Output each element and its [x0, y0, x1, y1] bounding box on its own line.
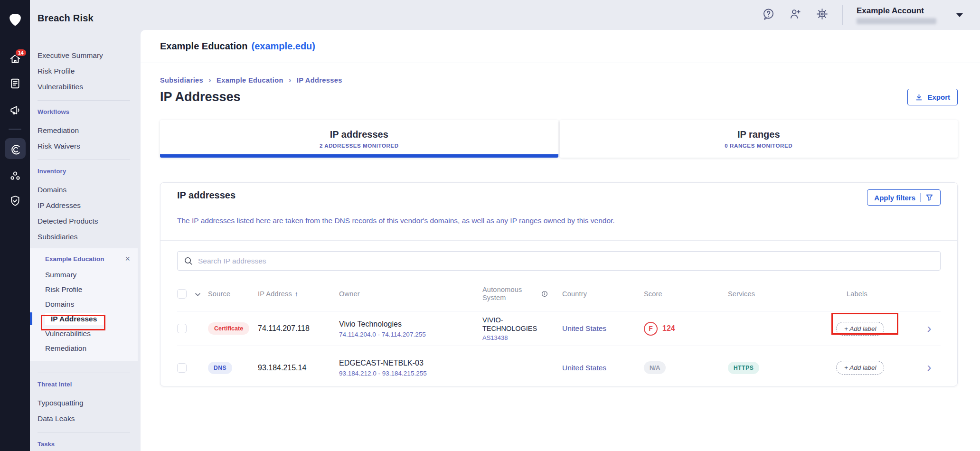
owner-name: Vivio Technologies: [339, 319, 482, 329]
breadcrumb-subsidiaries[interactable]: Subsidiaries: [160, 76, 203, 84]
ip-address-value: 74.114.207.118: [258, 324, 339, 333]
vendor-header: Example Education (example.edu): [141, 30, 980, 63]
col-country[interactable]: Country: [562, 290, 644, 298]
chevron-down-icon[interactable]: [195, 290, 208, 298]
sidebar-subitem-risk-profile[interactable]: Risk Profile: [30, 282, 138, 297]
sidebar-section-workflows: Workflows: [38, 105, 138, 119]
funnel-icon: [925, 194, 933, 202]
sidebar-item-risk-profile[interactable]: Risk Profile: [30, 63, 138, 79]
caret-down-icon: [956, 13, 963, 17]
subsidiary-panel: Example Education × Summary Risk Profile…: [30, 248, 138, 361]
sidebar-item-remediation[interactable]: Remediation: [30, 122, 138, 138]
tab-subtitle: 0 RANGES MONITORED: [725, 143, 792, 149]
breach-risk-selected-tile[interactable]: [5, 138, 26, 159]
col-services[interactable]: Services: [728, 290, 847, 298]
col-source[interactable]: Source: [208, 290, 258, 298]
table-row[interactable]: DNS 93.184.215.14 EDGECAST-NETBLK-03 93.…: [177, 346, 941, 389]
account-menu[interactable]: Example Account: [857, 6, 963, 24]
col-labels[interactable]: Labels: [847, 290, 918, 298]
sidebar-divider: [38, 432, 130, 432]
search-input[interactable]: [193, 257, 940, 265]
breadcrumb-separator: ›: [208, 75, 211, 85]
help-icon[interactable]: [762, 8, 775, 22]
breadcrumb-ip-addresses[interactable]: IP Addresses: [297, 76, 342, 84]
circular-brand-icon: [9, 142, 22, 155]
as-number-link[interactable]: AS13438: [482, 334, 562, 341]
chevron-right-icon[interactable]: ›: [927, 322, 932, 335]
close-icon[interactable]: ×: [125, 254, 130, 263]
country-value: United States: [562, 364, 644, 372]
source-badge-certificate: Certificate: [208, 322, 249, 335]
row-checkbox[interactable]: [177, 324, 187, 333]
score-na-badge: N/A: [644, 361, 666, 374]
breadcrumb-example-education[interactable]: Example Education: [217, 76, 283, 84]
service-badge-https: HTTPS: [728, 362, 759, 374]
tabs: IP addresses 2 ADDRESSES MONITORED IP ra…: [160, 120, 958, 158]
col-ip-address[interactable]: IP Address ↑: [258, 290, 339, 298]
subsidiary-name: Example Education: [45, 255, 104, 263]
sidebar-item-typosquatting[interactable]: Typosquatting: [30, 395, 138, 411]
col-ip-label: IP Address: [258, 290, 292, 298]
sidebar-section-tasks: Tasks: [38, 438, 138, 451]
source-badge-dns: DNS: [208, 362, 232, 374]
sidebar-item-vulnerabilities[interactable]: Vulnerabilities: [30, 79, 138, 94]
export-button[interactable]: Export: [907, 89, 958, 105]
card-description: The IP addresses listed here are taken f…: [160, 216, 957, 225]
tab-ip-ranges[interactable]: IP ranges 0 RANGES MONITORED: [560, 120, 958, 158]
report-document-icon[interactable]: [0, 77, 30, 90]
select-all-checkbox[interactable]: [177, 289, 187, 299]
sidebar-section-inventory: Inventory: [38, 165, 138, 178]
sidebar-item-risk-waivers[interactable]: Risk Waivers: [30, 138, 138, 154]
brand-shield-logo-icon: [0, 12, 30, 28]
tab-ip-addresses[interactable]: IP addresses 2 ADDRESSES MONITORED: [160, 120, 558, 158]
chevron-right-icon[interactable]: ›: [927, 361, 932, 374]
ip-address-value: 93.184.215.14: [258, 364, 339, 372]
button-divider: [920, 193, 921, 202]
search-bar: [177, 251, 941, 271]
sidebar-subitem-label: IP Addresses: [45, 313, 104, 325]
sidebar-subitem-ip-addresses[interactable]: IP Addresses: [30, 311, 138, 326]
megaphone-icon[interactable]: [0, 104, 30, 116]
sidebar-subitem-domains[interactable]: Domains: [30, 297, 138, 311]
table-row[interactable]: Certificate 74.114.207.118 Vivio Technol…: [177, 311, 941, 346]
sidebar-divider: [38, 160, 130, 160]
topbar-divider: [842, 5, 843, 25]
apply-filters-button[interactable]: Apply filters: [867, 189, 941, 206]
tab-title: IP ranges: [737, 129, 780, 140]
col-score[interactable]: Score: [644, 290, 728, 298]
as-name: VIVIO-TECHNOLOGIES: [482, 316, 562, 333]
score-value: 124: [662, 324, 675, 333]
gear-icon[interactable]: [816, 8, 829, 22]
add-label-button[interactable]: + Add label: [836, 361, 884, 375]
ip-addresses-card: IP addresses Apply filters The IP addres…: [160, 182, 958, 386]
person-add-icon[interactable]: [789, 8, 802, 22]
people-group-icon[interactable]: [0, 169, 30, 182]
owner-ip-range-link[interactable]: 74.114.204.0 - 74.114.207.255: [339, 331, 482, 338]
sidebar-item-executive-summary[interactable]: Executive Summary: [30, 47, 138, 63]
sidebar-divider: [38, 100, 130, 101]
sidebar-subitem-remediation[interactable]: Remediation: [30, 341, 138, 356]
vendor-domain-link[interactable]: (example.edu): [252, 41, 315, 52]
add-label-button[interactable]: + Add label: [836, 322, 884, 336]
sort-up-icon: ↑: [295, 290, 298, 298]
sidebar-subitem-vulnerabilities[interactable]: Vulnerabilities: [30, 326, 138, 341]
col-autonomous-system[interactable]: Autonomous System: [482, 286, 562, 302]
sidebar-item-subsidiaries[interactable]: Subsidiaries: [30, 229, 138, 244]
sidebar-subitem-summary[interactable]: Summary: [30, 267, 138, 282]
table-header-row: Source IP Address ↑ Owner Autonomous Sys…: [177, 271, 941, 311]
sidebar-title: Breach Risk: [30, 0, 138, 24]
sidebar-item-data-leaks[interactable]: Data Leaks: [30, 411, 138, 426]
sidebar-item-domains[interactable]: Domains: [30, 182, 138, 197]
page-title: IP Addresses: [160, 90, 241, 104]
tab-subtitle: 2 ADDRESSES MONITORED: [320, 143, 399, 149]
sidebar-item-ip-addresses[interactable]: IP Addresses: [30, 197, 138, 213]
owner-ip-range-link[interactable]: 93.184.212.0 - 93.184.215.255: [339, 370, 482, 377]
sidebar-item-detected-products[interactable]: Detected Products: [30, 213, 138, 229]
country-value: United States: [562, 324, 644, 333]
score-grade-badge: F: [644, 322, 658, 336]
card-divider: [160, 240, 957, 241]
home-notification-badge: 14: [15, 48, 27, 57]
shield-check-icon[interactable]: [0, 195, 30, 207]
col-owner[interactable]: Owner: [339, 290, 482, 298]
row-checkbox[interactable]: [177, 363, 187, 373]
